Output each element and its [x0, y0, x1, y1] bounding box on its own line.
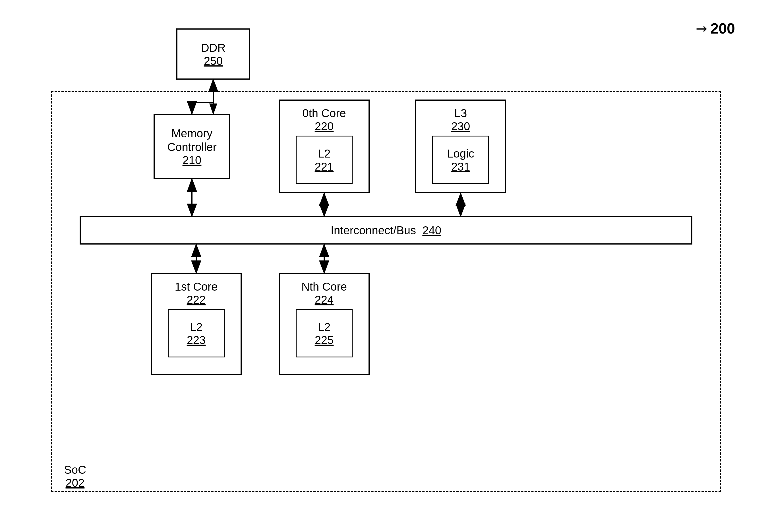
core0-title: 0th Core	[302, 106, 346, 120]
soc-title: SoC	[64, 463, 86, 477]
l3-title: L3	[454, 106, 467, 120]
coren-l2-number: 225	[315, 334, 334, 347]
ddr-box: DDR 250	[176, 28, 250, 80]
core0-box: 0th Core 220 L2 221	[279, 100, 370, 193]
bus-number: 240	[422, 224, 441, 237]
core1-l2-box: L2 223	[168, 309, 225, 357]
figure-number-area: ↗ 200	[696, 20, 735, 37]
bus-title: Interconnect/Bus 240	[331, 223, 441, 237]
soc-number: 202	[64, 477, 86, 489]
core1-title: 1st Core	[175, 280, 218, 293]
diagram-container: ↗ 200 DDR 250 SoC 202 MemoryController 2…	[23, 11, 749, 521]
figure-arrow-icon: ↗	[692, 19, 711, 38]
coren-box: Nth Core 224 L2 225	[279, 273, 370, 375]
l3-logic-box: Logic 231	[432, 136, 489, 184]
mc-number: 210	[183, 154, 202, 167]
coren-title: Nth Core	[301, 280, 347, 293]
core0-l2-number: 221	[315, 160, 334, 173]
ddr-number: 250	[204, 55, 223, 67]
soc-label-area: SoC 202	[64, 463, 86, 489]
coren-l2-box: L2 225	[296, 309, 353, 357]
coren-number: 224	[315, 293, 334, 306]
core1-number: 222	[187, 293, 206, 306]
core0-number: 220	[315, 120, 334, 133]
core0-l2-title: L2	[318, 147, 331, 160]
l3-box: L3 230 Logic 231	[415, 100, 506, 193]
l3-number: 230	[451, 120, 470, 133]
core1-box: 1st Core 222 L2 223	[151, 273, 242, 375]
bus-box: Interconnect/Bus 240	[80, 216, 692, 245]
figure-label: 200	[710, 20, 735, 37]
memory-controller-box: MemoryController 210	[154, 114, 230, 179]
core0-l2-box: L2 221	[296, 136, 353, 184]
ddr-title: DDR	[201, 41, 226, 55]
core1-l2-number: 223	[187, 334, 206, 347]
core1-l2-title: L2	[190, 320, 203, 334]
l3-logic-title: Logic	[447, 147, 474, 160]
coren-l2-title: L2	[318, 320, 331, 334]
l3-logic-number: 231	[451, 160, 470, 173]
mc-title: MemoryController	[167, 127, 216, 154]
